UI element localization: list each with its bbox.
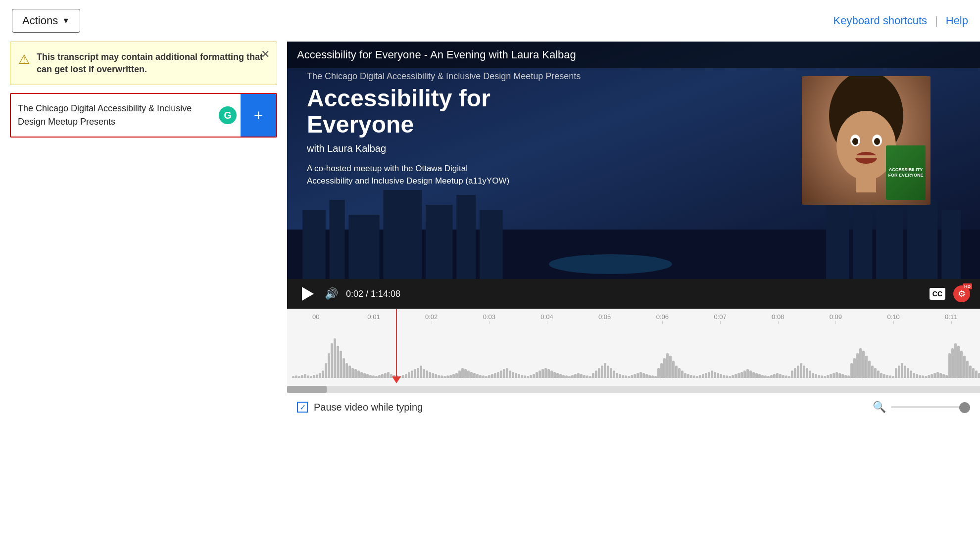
wave-bar [666,353,669,378]
tick-04: 0:04 [518,313,576,321]
wave-bar [536,372,538,378]
wave-bar [414,369,416,378]
wave-bar [657,368,660,378]
wave-bar [562,375,565,378]
wave-bar [479,375,482,378]
timeline-scrollbar[interactable] [287,386,980,393]
timeline-area[interactable]: 00 0:01 0:02 0:03 0:04 0:05 0:06 0:07 0:… [287,309,980,393]
wave-bar [975,371,978,378]
wave-bar [966,361,969,378]
zoom-thumb[interactable] [959,402,970,413]
zoom-search-icon: 🔍 [873,401,886,414]
wave-bar [544,368,547,378]
wave-bar [764,375,767,378]
wave-bar [711,371,713,378]
volume-icon[interactable]: 🔊 [325,287,338,300]
wave-bar [631,375,633,378]
wave-bar [844,375,847,378]
tick-08: 0:08 [749,313,807,321]
wave-bar [354,369,357,378]
wave-bar [553,372,556,378]
wave-bar [500,371,502,378]
wave-bar [954,343,957,378]
tick-09: 0:09 [807,313,865,321]
wave-bar [850,363,853,378]
time-separator: / [366,289,371,299]
wave-bar [363,373,366,378]
wave-bar [654,376,657,378]
wave-bar [402,375,404,378]
wave-bar [969,366,972,378]
wave-bar [550,371,553,378]
wave-bar [432,373,434,378]
wave-bar [467,371,470,378]
tick-05: 0:05 [576,313,634,321]
wave-bar [506,368,508,378]
wave-bar [687,374,689,378]
wave-bar [877,371,880,378]
tick-03: 0:03 [460,313,518,321]
wave-bar [441,375,443,378]
wave-bar [378,375,381,378]
wave-bar [645,374,648,378]
wave-bar [345,363,348,378]
wave-bar [818,375,820,378]
wave-bar [360,372,363,378]
wave-bar [723,375,725,378]
video-presenter: with Laura Kalbag [307,143,581,154]
wave-bar [295,375,297,378]
wave-bar [458,371,461,378]
wave-bar [761,375,764,378]
wave-bar [304,374,306,378]
wave-bar [634,374,636,378]
cc-button[interactable]: CC [930,288,945,300]
divider: | [935,14,938,27]
help-link[interactable]: Help [946,14,968,27]
transcript-entry: The Chicago Digital Accessibility & Incl… [10,93,277,138]
wave-bar [743,371,746,378]
wave-bar [417,368,419,378]
timeline-scrollbar-thumb[interactable] [287,386,327,393]
wave-bar [637,373,639,378]
actions-button[interactable]: Actions ▼ [12,9,80,33]
wave-bar [672,361,675,378]
wave-bar [497,372,499,378]
play-icon [302,287,314,301]
tick-11: 0:11 [922,313,980,321]
wave-bar [767,376,770,378]
play-button[interactable] [297,284,317,304]
wave-bar [485,376,488,378]
warning-banner: ⚠ This transcript may contain additional… [10,42,277,85]
wave-bar [663,358,666,378]
wave-bar [598,368,600,378]
warning-close-button[interactable]: ✕ [261,49,270,60]
pause-checkbox[interactable]: ✓ [297,402,308,413]
wave-bar [705,373,707,378]
wave-bar [963,356,966,378]
keyboard-shortcuts-link[interactable]: Keyboard shortcuts [833,14,927,27]
wave-bar [945,375,948,378]
zoom-slider[interactable] [891,406,970,408]
add-cue-button[interactable]: + [241,94,276,137]
settings-button[interactable]: ⚙ HD [953,285,970,302]
wave-bar [928,375,930,378]
time-display: 0:02 / 1:14:08 [346,289,400,299]
svg-rect-21 [855,155,877,158]
wave-bar [292,376,294,378]
wave-bar [841,374,844,378]
wave-bar [957,346,960,378]
grammarly-button[interactable]: G [215,94,241,137]
wave-bar [871,366,874,378]
wave-bar [366,374,369,378]
wave-bar [509,371,511,378]
video-title: Accessibility for Everyone - An Evening … [297,48,576,61]
wave-bar [702,374,704,378]
wave-bar [547,369,550,378]
wave-bar [369,375,372,378]
transcript-text[interactable]: The Chicago Digital Accessibility & Incl… [11,94,215,137]
wave-bar [648,375,651,378]
wave-bar [746,369,749,378]
wave-bar [735,374,737,378]
settings-icon: ⚙ [958,288,966,299]
wave-bar [408,372,410,378]
